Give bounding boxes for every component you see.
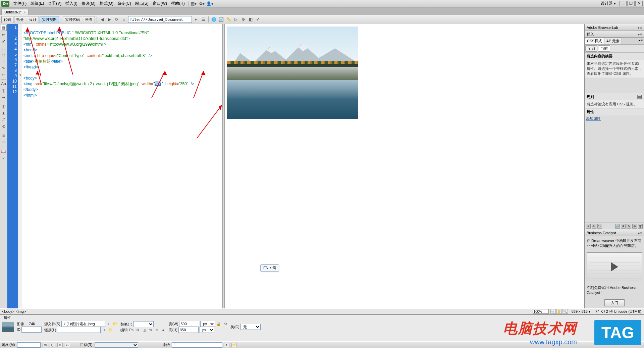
folder-icon[interactable]: 📁 bbox=[112, 321, 118, 327]
tab-css-styles[interactable]: CSS样式 bbox=[585, 38, 604, 44]
reference-icon[interactable]: 📖 bbox=[1, 148, 7, 154]
delete-rule-icon[interactable]: 🗑 bbox=[638, 224, 643, 229]
inspect-button[interactable]: 检查 bbox=[83, 16, 95, 23]
panel-browserlab[interactable]: Adobe BrowserLab▸≡ bbox=[585, 24, 644, 31]
globe-icon[interactable]: 🌐 bbox=[210, 16, 217, 23]
workspace-switcher[interactable]: 设计器 ▾ bbox=[598, 0, 619, 7]
collapse-tag-icon[interactable]: ⇤ bbox=[1, 32, 7, 38]
extend-icon[interactable]: ✿▾ bbox=[199, 1, 205, 6]
menu-modify[interactable]: 修改(M) bbox=[79, 0, 98, 7]
select-tool-icon[interactable]: ▭ bbox=[550, 309, 556, 314]
edit-rule-icon[interactable]: ✎ bbox=[627, 224, 631, 229]
play-icon[interactable]: ▷ bbox=[232, 16, 239, 23]
home-icon[interactable]: ⌂ bbox=[121, 16, 127, 23]
document-tab[interactable]: Untitled-1* × bbox=[1, 9, 29, 15]
line-numbers-icon[interactable]: # bbox=[1, 58, 7, 64]
menu-insert[interactable]: 插入(I) bbox=[63, 0, 79, 7]
properties-tab[interactable]: 属性 bbox=[1, 314, 14, 320]
width-field[interactable] bbox=[179, 321, 199, 327]
check-icon[interactable]: ✔ bbox=[255, 16, 261, 23]
resample-icon[interactable]: ⟲ bbox=[148, 327, 153, 333]
word-wrap-icon[interactable]: ↩ bbox=[1, 72, 7, 78]
zoom-tool-icon[interactable]: 🔍 bbox=[562, 309, 568, 314]
document-tab-close[interactable]: × bbox=[23, 10, 25, 14]
map-field[interactable] bbox=[17, 342, 41, 348]
refresh2-icon[interactable]: 🔄 bbox=[218, 16, 224, 23]
back-icon[interactable]: ◀ bbox=[99, 16, 105, 23]
new-rule-icon[interactable]: ✚ bbox=[621, 224, 626, 229]
fold-column[interactable]: ▾ bbox=[18, 24, 22, 308]
alt-field[interactable] bbox=[133, 321, 154, 327]
crumb-img[interactable]: <img> bbox=[15, 309, 27, 313]
crop-icon[interactable]: ◫ bbox=[142, 327, 147, 333]
folder-icon[interactable]: 📁 bbox=[231, 343, 237, 347]
menu-format[interactable]: 格式(O) bbox=[98, 0, 115, 7]
poly-hotspot-icon[interactable]: ◇ bbox=[65, 343, 70, 347]
bc-video-thumb[interactable] bbox=[587, 252, 642, 281]
view-code-button[interactable]: 代码 bbox=[1, 16, 13, 23]
rules-mini-icon[interactable]: |▦| bbox=[637, 95, 642, 99]
panel-menu-icon[interactable]: ▸≡ bbox=[638, 231, 642, 235]
balance-braces-icon[interactable]: {} bbox=[1, 52, 7, 58]
hidden-chars-icon[interactable]: ¶ bbox=[1, 88, 7, 94]
show-list-icon[interactable]: Aₐ bbox=[592, 224, 596, 229]
class-field[interactable]: 无 bbox=[240, 324, 261, 330]
panel-insert[interactable]: 插入▸≡ bbox=[585, 31, 644, 38]
orig-field[interactable] bbox=[172, 342, 222, 348]
css-current-button[interactable]: 当前 bbox=[598, 45, 610, 52]
id-field[interactable] bbox=[21, 327, 42, 333]
format-icon[interactable]: ≡ bbox=[1, 133, 7, 139]
menu-help[interactable]: 帮助(H) bbox=[169, 0, 187, 7]
window-maximize[interactable]: ❐ bbox=[627, 1, 635, 6]
window-size[interactable]: 839 x 816 ▾ bbox=[570, 309, 592, 314]
brightness-icon[interactable]: ☀ bbox=[154, 327, 160, 333]
src-field[interactable] bbox=[61, 321, 105, 327]
indent-icon[interactable]: ⇨ bbox=[1, 139, 7, 145]
oval-hotspot-icon[interactable]: ○ bbox=[57, 343, 63, 347]
view-live-button[interactable]: 实时视图 bbox=[40, 16, 59, 23]
panel-menu-icon[interactable]: ▸≡ bbox=[639, 38, 643, 44]
pointer-icon[interactable]: ▭ bbox=[43, 343, 48, 347]
select-parent-icon[interactable]: ⬚ bbox=[1, 45, 7, 51]
panel-menu-icon[interactable]: ▸≡ bbox=[638, 26, 642, 30]
forward-icon[interactable]: ▶ bbox=[106, 16, 113, 23]
code-editor[interactable]: <!DOCTYPE html PUBLIC "-//W3C//DTD XHTML… bbox=[22, 24, 222, 308]
list-icon[interactable]: ☰ bbox=[200, 16, 207, 23]
expand-icon[interactable]: ⤢ bbox=[1, 38, 7, 44]
width-unit[interactable]: px bbox=[200, 321, 215, 327]
auto-indent-icon[interactable]: ⇥ bbox=[1, 94, 7, 100]
edit-settings-icon[interactable]: ⚙ bbox=[135, 327, 141, 333]
window-minimize[interactable]: — bbox=[619, 1, 627, 6]
snippets-icon[interactable]: ◫ bbox=[1, 103, 7, 109]
preview-image[interactable] bbox=[227, 27, 358, 119]
validate-icon[interactable]: ✓ bbox=[1, 155, 7, 161]
disable-icon[interactable]: ⊘ bbox=[632, 224, 637, 229]
panel-business-catalyst[interactable]: Business Catalyst▸≡ bbox=[585, 230, 644, 236]
show-category-icon[interactable]: ≡ bbox=[586, 224, 591, 229]
bc-start-button[interactable]: 入门 bbox=[604, 299, 625, 306]
panel-menu-icon[interactable]: ▸≡ bbox=[638, 32, 642, 37]
link-field[interactable] bbox=[57, 327, 101, 333]
rect-hotspot-icon[interactable]: ▢ bbox=[50, 343, 55, 347]
menu-file[interactable]: 文件(F) bbox=[11, 0, 29, 7]
syntax-icon[interactable]: Aa bbox=[1, 81, 7, 87]
height-unit[interactable]: px bbox=[200, 327, 214, 333]
menu-view[interactable]: 查看(V) bbox=[46, 0, 63, 7]
live-code-button[interactable]: 实时代码 bbox=[63, 16, 82, 23]
ruler-icon[interactable]: 📏 bbox=[225, 16, 232, 23]
menu-edit[interactable]: 编辑(E) bbox=[29, 0, 46, 7]
view-split-button[interactable]: 拆分 bbox=[14, 16, 26, 23]
recent-icon[interactable]: ⟲ bbox=[1, 123, 7, 130]
show-set-icon[interactable]: *+ bbox=[597, 224, 602, 229]
point-to-file-icon[interactable]: ⌖ bbox=[102, 327, 107, 333]
menu-site[interactable]: 站点(S) bbox=[133, 0, 151, 7]
visual-aids-icon[interactable]: ◧ bbox=[247, 16, 254, 23]
target-field[interactable] bbox=[95, 342, 138, 348]
user-icon[interactable]: 👤▾ bbox=[207, 1, 213, 6]
ime-indicator[interactable]: EN ♪ 简 bbox=[260, 264, 279, 271]
open-docs-icon[interactable]: ▦ bbox=[1, 25, 7, 31]
css-all-button[interactable]: 全部 bbox=[585, 45, 597, 52]
crumb-body[interactable]: <body> bbox=[1, 309, 15, 313]
highlight-icon[interactable]: ✎ bbox=[1, 65, 7, 71]
point-to-file-icon[interactable]: ⌖ bbox=[224, 343, 229, 347]
